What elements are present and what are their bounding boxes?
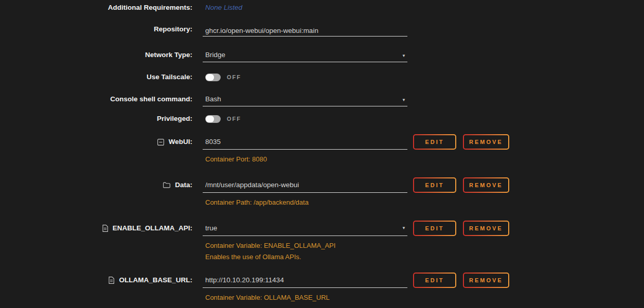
minus-square-icon bbox=[157, 139, 164, 146]
data-path-row: Data: EDIT REMOVE Container Path: /app/b… bbox=[0, 177, 644, 206]
ollama-base-url-input[interactable] bbox=[203, 273, 407, 287]
additional-requirements-value: None Listed bbox=[203, 4, 242, 12]
remove-button[interactable]: REMOVE bbox=[463, 221, 509, 236]
console-shell-selected-value: Bash bbox=[203, 95, 407, 106]
chevron-down-icon: ▼ bbox=[402, 98, 406, 102]
privileged-label: Privileged: bbox=[0, 115, 192, 123]
repository-row: Repository: bbox=[0, 25, 644, 37]
chevron-down-icon: ▼ bbox=[402, 54, 406, 58]
enable-ollama-api-selected-value: true bbox=[203, 221, 407, 235]
remove-button[interactable]: REMOVE bbox=[463, 134, 509, 150]
repository-label: Repository: bbox=[0, 25, 192, 33]
use-tailscale-row: Use Tailscale: OFF bbox=[0, 73, 644, 81]
privileged-toggle[interactable] bbox=[205, 115, 221, 123]
enable-ollama-api-row: ENABLE_OLLAMA_API: true ▼ EDIT REMOVE Co… bbox=[0, 221, 644, 261]
ollama-base-url-row: OLLAMA_BASE_URL: EDIT REMOVE Container V… bbox=[0, 273, 644, 301]
field-help-text: Container Variable: OLLAMA_BASE_URL bbox=[203, 294, 644, 301]
network-type-row: Network Type: Bridge ▼ bbox=[0, 51, 644, 62]
file-text-icon bbox=[109, 277, 114, 284]
network-type-selected-value: Bridge bbox=[203, 51, 407, 62]
docker-container-settings-form: Additional Requirements: None Listed Rep… bbox=[0, 0, 644, 308]
folder-icon bbox=[163, 182, 170, 188]
edit-button[interactable]: EDIT bbox=[413, 134, 456, 150]
field-help-text: Container Port: 8080 bbox=[203, 156, 644, 163]
network-type-select[interactable]: Bridge ▼ bbox=[203, 51, 407, 62]
remove-button[interactable]: REMOVE bbox=[463, 273, 509, 288]
console-shell-command-select[interactable]: Bash ▼ bbox=[203, 95, 407, 106]
data-path-input[interactable] bbox=[203, 178, 407, 192]
edit-button[interactable]: EDIT bbox=[413, 221, 456, 236]
field-help-text: Container Variable: ENABLE_OLLAMA_API bbox=[203, 242, 644, 249]
edit-button[interactable]: EDIT bbox=[413, 273, 456, 288]
additional-requirements-label: Additional Requirements: bbox=[0, 4, 192, 12]
use-tailscale-label: Use Tailscale: bbox=[0, 73, 192, 81]
file-text-icon bbox=[102, 225, 108, 232]
privileged-row: Privileged: OFF bbox=[0, 115, 644, 123]
webui-port-row: WebUI: EDIT REMOVE Container Port: 8080 bbox=[0, 134, 644, 163]
repository-input[interactable] bbox=[203, 25, 407, 36]
edit-button[interactable]: EDIT bbox=[413, 177, 456, 193]
console-shell-command-label: Console shell command: bbox=[0, 95, 192, 103]
privileged-state-text: OFF bbox=[227, 116, 241, 122]
data-label: Data: bbox=[175, 181, 192, 189]
console-shell-command-row: Console shell command: Bash ▼ bbox=[0, 95, 644, 106]
toggle-knob bbox=[206, 116, 214, 122]
field-help-text: Enables the use of Ollama APIs. bbox=[203, 253, 644, 261]
field-help-text: Container Path: /app/backend/data bbox=[203, 199, 644, 206]
toggle-knob bbox=[206, 74, 214, 81]
enable-ollama-api-label: ENABLE_OLLAMA_API: bbox=[113, 224, 192, 232]
use-tailscale-state-text: OFF bbox=[227, 74, 241, 80]
webui-label: WebUI: bbox=[169, 138, 192, 146]
remove-button[interactable]: REMOVE bbox=[463, 177, 509, 193]
additional-requirements-row: Additional Requirements: None Listed bbox=[0, 4, 644, 12]
enable-ollama-api-select[interactable]: true ▼ bbox=[203, 221, 407, 236]
chevron-down-icon: ▼ bbox=[402, 226, 406, 230]
webui-port-input[interactable] bbox=[203, 135, 407, 149]
use-tailscale-toggle[interactable] bbox=[205, 74, 221, 81]
network-type-label: Network Type: bbox=[0, 51, 192, 59]
ollama-base-url-label: OLLAMA_BASE_URL: bbox=[119, 276, 192, 284]
